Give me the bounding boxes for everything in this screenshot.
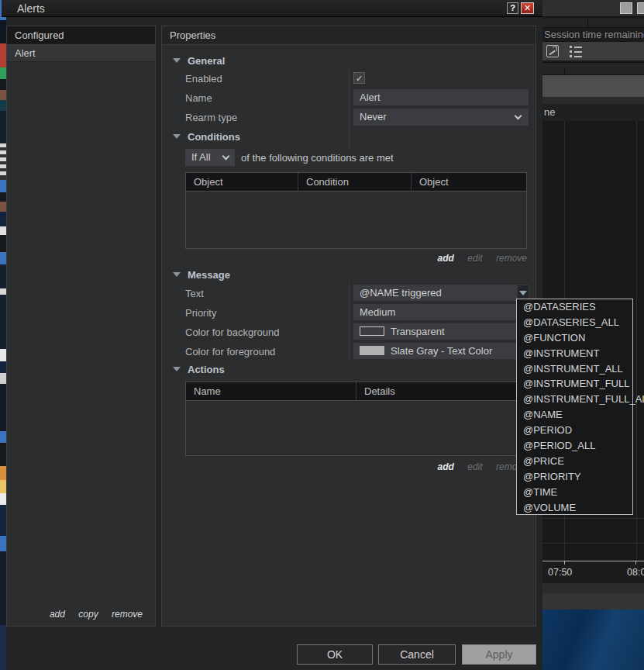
name-label: Name <box>185 92 212 104</box>
conditions-edit-link[interactable]: edit <box>467 253 482 264</box>
actions-col-name: Name <box>186 382 356 400</box>
conditions-col-condition: Condition <box>298 173 412 191</box>
conditions-table-header: Object Condition Object <box>186 173 526 192</box>
dropdown-item[interactable]: @PERIOD_ALL <box>517 438 632 454</box>
list-view-icon[interactable] <box>570 45 584 59</box>
section-actions-title: Actions <box>188 364 225 375</box>
alerts-dialog: Alerts ? ✕ Configured Alert add copy rem… <box>6 0 542 670</box>
color-foreground-select[interactable]: Slate Gray - Text Color <box>353 343 529 359</box>
help-button[interactable]: ? <box>507 2 518 14</box>
ok-button[interactable]: OK <box>297 644 373 665</box>
chevron-down-icon <box>515 112 522 120</box>
color-background-label: Color for background <box>185 326 279 338</box>
message-text-input[interactable] <box>353 285 517 301</box>
background-toolbar <box>542 41 644 61</box>
conditions-col-object: Object <box>186 173 298 191</box>
minimize-button[interactable] <box>620 2 632 14</box>
dropdown-arrow-icon <box>519 291 527 295</box>
axis-label-08: 08:0 <box>627 567 644 578</box>
conditions-links: add edit remove <box>185 253 527 264</box>
cancel-button[interactable]: Cancel <box>378 644 456 665</box>
axis-tick <box>635 561 636 565</box>
conditions-remove-link[interactable]: remove <box>496 253 527 264</box>
section-general-title: General <box>188 55 225 67</box>
priority-label: Priority <box>185 307 216 319</box>
configured-links: add copy remove <box>39 609 143 620</box>
background-status-row <box>542 583 644 593</box>
background-window-edge <box>0 0 6 670</box>
quantifier-select[interactable]: If All <box>185 149 235 166</box>
text-label: Text <box>185 288 204 299</box>
collapse-arrow-icon <box>173 272 181 277</box>
collapse-arrow-icon <box>173 367 181 371</box>
actions-table: Name Details <box>185 382 527 456</box>
background-spacer-row <box>542 97 644 104</box>
configured-remove-link[interactable]: remove <box>112 609 143 620</box>
dialog-title: Alerts <box>17 2 45 15</box>
dropdown-item[interactable]: @PRIORITY <box>517 469 632 485</box>
background-highlight-bar <box>542 75 644 97</box>
close-button[interactable]: ✕ <box>521 2 534 14</box>
background-header-row <box>542 19 644 28</box>
color-foreground-value: Slate Gray - Text Color <box>391 343 492 359</box>
configured-copy-link[interactable]: copy <box>78 609 98 620</box>
screen: Session time remaining: ne 07:50 08:0 <box>0 0 644 670</box>
dropdown-item[interactable]: @INSTRUMENT_FULL_ALL <box>517 392 632 407</box>
quantifier-value: If All <box>191 151 211 163</box>
properties-header: Properties <box>162 26 536 45</box>
section-message[interactable]: Message <box>173 268 230 281</box>
dropdown-item[interactable]: @INSTRUMENT_ALL <box>517 361 632 377</box>
actions-edit-link[interactable]: edit <box>467 461 482 472</box>
background-table-row <box>542 62 644 75</box>
enabled-label: Enabled <box>185 73 222 85</box>
maximize-button[interactable] <box>637 2 644 14</box>
desktop-wallpaper <box>542 610 644 670</box>
collapse-arrow-icon <box>173 58 181 63</box>
conditions-add-link[interactable]: add <box>438 253 454 264</box>
background-column-header: ne <box>542 104 644 121</box>
section-message-title: Message <box>188 269 230 281</box>
section-conditions[interactable]: Conditions <box>173 130 240 143</box>
rearm-type-value: Never <box>360 111 387 123</box>
axis-label-0750: 07:50 <box>548 567 572 578</box>
variable-dropdown-popup: @DATASERIES @DATASERIES_ALL @FUNCTION @I… <box>516 299 633 515</box>
collapse-arrow-icon <box>173 134 181 139</box>
enabled-checkbox[interactable]: ✓ <box>353 72 365 84</box>
dropdown-item[interactable]: @TIME <box>517 485 632 500</box>
session-time-label: Session time remaining: <box>544 29 644 40</box>
time-axis <box>542 561 644 561</box>
dropdown-item[interactable]: @PERIOD <box>517 423 632 438</box>
priority-value: Medium <box>360 306 395 318</box>
section-conditions-title: Conditions <box>188 131 240 143</box>
actions-col-details: Details <box>356 382 526 400</box>
color-foreground-label: Color for foreground <box>185 346 275 357</box>
configured-add-link[interactable]: add <box>50 609 65 620</box>
dropdown-item[interactable]: @VOLUME <box>517 500 632 516</box>
section-general[interactable]: General <box>173 54 225 67</box>
dropdown-item[interactable]: @FUNCTION <box>517 330 632 346</box>
actions-table-header: Name Details <box>186 382 526 401</box>
color-background-select[interactable]: Transparent <box>353 323 529 340</box>
rearm-type-select[interactable]: Never <box>353 109 529 126</box>
background-titlebar <box>542 0 644 17</box>
dropdown-item[interactable]: @DATASERIES_ALL <box>517 315 632 330</box>
dropdown-item[interactable]: @INSTRUMENT_FULL <box>517 376 632 392</box>
rearm-type-label: Rearm type <box>185 112 237 123</box>
dropdown-item[interactable]: @PRICE <box>517 454 632 469</box>
section-actions[interactable]: Actions <box>173 363 225 375</box>
dropdown-item[interactable]: @NAME <box>517 407 632 423</box>
actions-add-link[interactable]: add <box>438 461 454 472</box>
priority-select[interactable]: Medium <box>353 304 529 320</box>
name-input[interactable] <box>353 89 529 105</box>
color-background-value: Transparent <box>391 323 445 340</box>
dropdown-item[interactable]: @INSTRUMENT <box>517 346 632 361</box>
chart-template-icon[interactable] <box>546 45 560 59</box>
apply-button[interactable]: Apply <box>462 644 536 665</box>
dropdown-item[interactable]: @DATASERIES <box>517 299 632 315</box>
slate-gray-swatch <box>360 346 384 355</box>
transparent-swatch <box>360 326 384 336</box>
configured-header: Configured <box>7 26 155 45</box>
dialog-titlebar[interactable]: Alerts ? ✕ <box>2 0 542 17</box>
axis-tick <box>564 561 565 565</box>
configured-item-alert[interactable]: Alert <box>7 45 155 62</box>
